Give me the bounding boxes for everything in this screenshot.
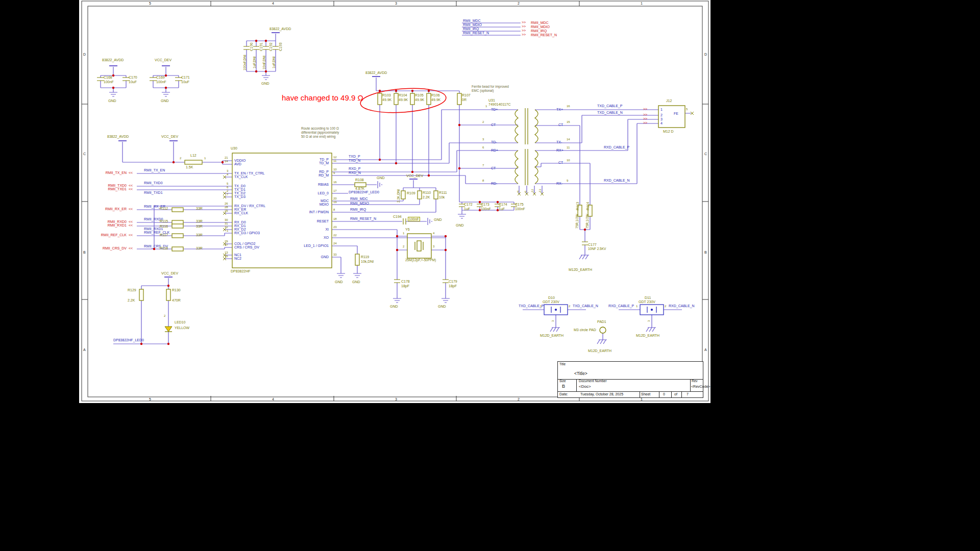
junction-dots <box>112 40 586 345</box>
title-block-doc-row: Size B Document Number <Doc> Rev <RevCod… <box>558 379 703 392</box>
wire-gdt <box>523 310 682 340</box>
y6-crystal-body <box>407 234 431 258</box>
y6-crystal-inner <box>417 241 421 251</box>
title-block-sheet-number-cell: 0 <box>659 391 672 397</box>
title-block-size-cell: Size B <box>558 379 577 391</box>
no-connect-marks <box>223 112 694 260</box>
r130-body <box>166 289 170 300</box>
transformer-coils[interactable] <box>515 110 538 184</box>
r116-body <box>172 224 183 228</box>
power-symbols[interactable] <box>109 33 418 277</box>
size-value[interactable]: B <box>562 384 565 389</box>
sheet-total-value[interactable]: 7 <box>687 392 689 396</box>
r117-body <box>172 234 183 238</box>
wire-rmii-top <box>462 23 521 35</box>
capacitor-plates[interactable] <box>97 46 588 283</box>
rev-value[interactable]: <RevCode> <box>691 385 710 388</box>
date-label: Date: <box>559 392 568 396</box>
highlight-ellipse <box>360 86 447 115</box>
title-block-date-row: Date: Tuesday, October 28, 2025 Sheet 0 … <box>558 391 703 397</box>
r119-body <box>355 254 359 265</box>
title-block-of-cell: of <box>671 391 682 397</box>
r108-body <box>355 183 366 187</box>
r129-body <box>139 289 143 300</box>
schematic-graphics <box>0 0 980 551</box>
wire-u30-right <box>332 110 518 298</box>
r113-body <box>578 205 582 216</box>
schematic-canvas: 83822_AVDDC168100nFC17010uFGNDVCC_DEVC16… <box>0 0 980 551</box>
date-value[interactable]: Tuesday, October 28, 2025 <box>580 392 623 396</box>
title-label: Title <box>559 363 566 366</box>
r107-body <box>457 93 461 105</box>
wire-pullup-bank <box>376 78 459 202</box>
r111-body <box>434 191 438 199</box>
doc-number-label: Document Number <box>579 380 607 383</box>
gdt-bodies[interactable] <box>544 305 664 315</box>
title-block-date-cell: Date: Tuesday, October 28, 2025 <box>558 391 640 397</box>
wire-transformer <box>459 110 691 255</box>
title-block-title-row: Title <Title> <box>558 362 703 380</box>
led10-symbol[interactable] <box>165 327 172 332</box>
pad1-circle <box>600 327 606 333</box>
r109-body <box>401 191 405 199</box>
wire-u30-left <box>122 142 232 259</box>
sheet-label: Sheet <box>641 392 650 396</box>
wire-led <box>113 278 168 344</box>
u30-ic-body <box>232 153 332 268</box>
size-label: Size <box>559 380 566 383</box>
sheet-of-label: of <box>674 392 677 396</box>
doc-number-value[interactable]: <Doc> <box>579 385 591 389</box>
gdt-electrodes <box>551 307 656 313</box>
title-block-rev-cell: Rev <RevCode> <box>690 379 703 391</box>
r110-body <box>418 191 422 199</box>
r103-body <box>378 93 382 105</box>
j12-connector-body <box>658 106 685 128</box>
r112-body <box>172 208 183 212</box>
earth-symbols[interactable] <box>550 255 656 344</box>
resistor-bodies[interactable] <box>139 93 592 300</box>
rev-label: Rev <box>692 380 698 383</box>
ic-bodies[interactable] <box>165 106 685 333</box>
y6-crystal-plates <box>415 242 423 250</box>
r104-body <box>394 93 398 105</box>
title-block-sheet-cell: Sheet <box>640 391 659 397</box>
r114-body <box>588 205 592 216</box>
r105-body <box>410 93 414 105</box>
transformer-core <box>525 108 528 185</box>
r118-body <box>172 247 183 251</box>
wire-decoupling <box>101 34 276 92</box>
wires <box>101 23 691 344</box>
title-value[interactable]: <Title> <box>574 371 587 376</box>
l12-body <box>185 160 202 164</box>
r106-body <box>427 93 431 105</box>
sheet-number-value[interactable]: 0 <box>663 392 665 396</box>
title-block: Title <Title> Size B Document Number <Do… <box>557 361 703 398</box>
